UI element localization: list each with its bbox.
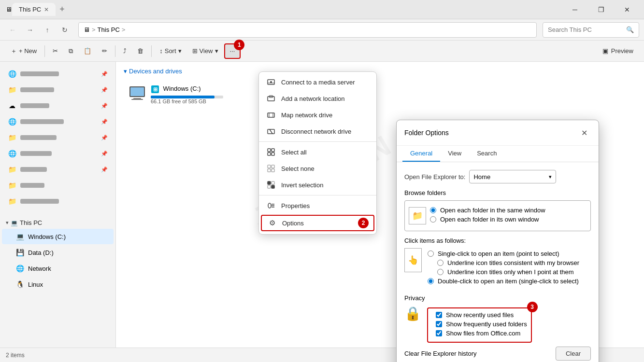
open-to-chevron-icon: ▾ xyxy=(549,174,552,180)
menu-item-disconnect-drive[interactable]: Disconnect network drive xyxy=(259,123,376,139)
dialog-header: Folder Options ✕ xyxy=(397,120,599,146)
menu-item-select-none[interactable]: Select none xyxy=(259,160,376,177)
dialog-title: Folder Options xyxy=(404,129,449,137)
svg-rect-18 xyxy=(268,153,271,155)
menu-label-media-server: Connect to a media server xyxy=(281,79,355,86)
sidebar-item-6[interactable]: 📁 📌 xyxy=(2,162,114,177)
cut-button[interactable]: ✂ xyxy=(48,43,63,59)
sidebar-item-1[interactable]: 📁 📌 xyxy=(2,82,114,97)
clear-button[interactable]: Clear xyxy=(556,347,591,361)
new-button[interactable]: ＋ + New xyxy=(6,43,42,59)
toolbar-separator-3 xyxy=(151,45,152,57)
windows-drive-label: Windows (C:) xyxy=(28,233,66,240)
tab-view[interactable]: View xyxy=(440,146,469,162)
tab-search[interactable]: Search xyxy=(469,146,504,162)
sidebar-icon-2: ☁ xyxy=(8,101,16,110)
new-tab-button[interactable]: + xyxy=(59,4,65,14)
pin-icon-2: 📌 xyxy=(101,103,108,109)
cb-frequent-folders[interactable]: Show frequently used folders xyxy=(436,320,527,328)
sidebar-item-5[interactable]: 🌐 📌 xyxy=(2,146,114,161)
breadcrumb[interactable]: 🖥 > This PC > xyxy=(78,22,537,38)
rename-button[interactable]: ✏ xyxy=(97,43,112,59)
new-icon: ＋ xyxy=(11,47,17,56)
click-icon: 👆 xyxy=(404,248,422,272)
clear-history-label: Clear File Explorer history xyxy=(404,350,552,357)
sidebar-icon-1: 📁 xyxy=(8,85,16,94)
sidebar-item-4[interactable]: 📁 📌 xyxy=(2,130,114,145)
menu-item-map-drive[interactable]: Map network drive xyxy=(259,107,376,123)
sidebar-item-network[interactable]: 🌐 Network xyxy=(2,261,114,276)
this-pc-section[interactable]: ▾ 💻 This PC xyxy=(0,217,115,228)
search-bar[interactable]: 🔍 xyxy=(543,22,639,38)
app-icon: 🖥 xyxy=(6,6,12,13)
tab-general[interactable]: General xyxy=(402,146,440,162)
map-drive-icon xyxy=(267,111,275,119)
search-icon: 🔍 xyxy=(626,26,634,33)
sidebar-item-2[interactable]: ☁ 📌 xyxy=(2,98,114,113)
forward-button[interactable]: → xyxy=(22,22,38,38)
drive-item-windows[interactable]: ⊞ Windows (C:) 66.1 GB free of 585 GB xyxy=(124,79,227,110)
svg-rect-25 xyxy=(272,181,274,184)
network-location-icon xyxy=(267,94,275,103)
sort-button[interactable]: ↕ Sort ▾ xyxy=(155,43,186,59)
active-tab[interactable]: This PC ✕ xyxy=(12,3,56,16)
drive-icon-windows xyxy=(128,83,147,106)
step-number-1: 1 xyxy=(234,40,244,50)
drives-grid: ⊞ Windows (C:) 66.1 GB free of 585 GB xyxy=(124,79,636,110)
radio-underline-browser[interactable]: Underline icon titles consistent with my… xyxy=(428,259,579,266)
view-button[interactable]: ⊞ View ▾ xyxy=(187,43,223,59)
drive-name-windows: ⊞ Windows (C:) xyxy=(151,85,223,94)
close-button[interactable]: ✕ xyxy=(616,2,638,17)
toolbar-separator-2 xyxy=(115,45,115,57)
sidebar-item-0[interactable]: 🌐 📌 xyxy=(2,66,114,82)
tab-close-button[interactable]: ✕ xyxy=(44,6,49,13)
sidebar-item-linux[interactable]: 🐧 Linux xyxy=(2,277,114,292)
maximize-button[interactable]: ❐ xyxy=(590,2,612,17)
up-button[interactable]: ↑ xyxy=(40,22,55,38)
tab-label: This PC xyxy=(19,6,41,13)
open-to-row: Open File Explorer to: Home ▾ xyxy=(404,170,591,183)
windows-drive-icon: 💻 xyxy=(15,232,24,241)
sidebar-item-data[interactable]: 💾 Data (D:) xyxy=(2,245,114,260)
menu-item-media-server[interactable]: Connect to a media server xyxy=(259,74,376,90)
more-button[interactable]: ··· 1 xyxy=(224,43,241,59)
menu-item-network-location[interactable]: Add a network location xyxy=(259,90,376,107)
radio-underline-hover[interactable]: Underline icon titles only when I point … xyxy=(428,268,579,276)
sort-icon: ↕ xyxy=(159,47,163,55)
menu-label-disconnect-drive: Disconnect network drive xyxy=(281,128,351,135)
radio-same-window[interactable]: Open each folder in the same window xyxy=(430,207,545,214)
share-button[interactable]: ⤴ xyxy=(118,43,131,59)
sidebar-item-3[interactable]: 🌐 📌 xyxy=(2,114,114,129)
menu-item-properties[interactable]: Properties xyxy=(259,197,376,214)
back-button[interactable]: ← xyxy=(5,22,20,38)
menu-item-options[interactable]: ⚙ Options 2 xyxy=(261,215,374,231)
pin-icon-0: 📌 xyxy=(101,71,108,77)
pin-icon-5: 📌 xyxy=(101,151,108,157)
sidebar-icon-8: 📁 xyxy=(8,197,16,206)
menu-item-invert-selection[interactable]: Invert selection xyxy=(259,177,376,193)
section-title: Devices and drives xyxy=(129,68,182,75)
minimize-button[interactable]: ─ xyxy=(564,2,586,17)
sidebar-item-7[interactable]: 📁 xyxy=(2,178,114,193)
preview-button[interactable]: ▣ Preview xyxy=(598,45,638,56)
cb-recent-files[interactable]: Show recently used files xyxy=(436,311,527,319)
radio-own-window[interactable]: Open each folder in its own window xyxy=(430,216,545,223)
refresh-button[interactable]: ↻ xyxy=(57,22,72,38)
copy-button[interactable]: ⧉ xyxy=(64,43,78,59)
sidebar-item-8[interactable]: 📁 xyxy=(2,194,114,209)
paste-button[interactable]: 📋 xyxy=(79,43,96,59)
sidebar-item-windows[interactable]: 💻 Windows (C:) xyxy=(2,229,114,244)
search-input[interactable] xyxy=(548,26,626,33)
open-to-label: Open File Explorer to: xyxy=(404,173,465,181)
menu-item-select-all[interactable]: Select all xyxy=(259,144,376,160)
cb-office-files[interactable]: Show files from Office.com xyxy=(436,330,527,337)
pin-icon-4: 📌 xyxy=(101,135,108,141)
dialog-close-button[interactable]: ✕ xyxy=(577,126,591,139)
radio-single-click[interactable]: Single-click to open an item (point to s… xyxy=(428,250,579,257)
open-to-select[interactable]: Home ▾ xyxy=(469,170,556,183)
drive-info-windows: ⊞ Windows (C:) 66.1 GB free of 585 GB xyxy=(151,85,223,104)
delete-button[interactable]: 🗑 xyxy=(132,43,148,59)
data-drive-icon: 💾 xyxy=(15,248,24,257)
svg-point-28 xyxy=(268,203,271,208)
radio-double-click[interactable]: Double-click to open an item (single-cli… xyxy=(428,278,579,285)
